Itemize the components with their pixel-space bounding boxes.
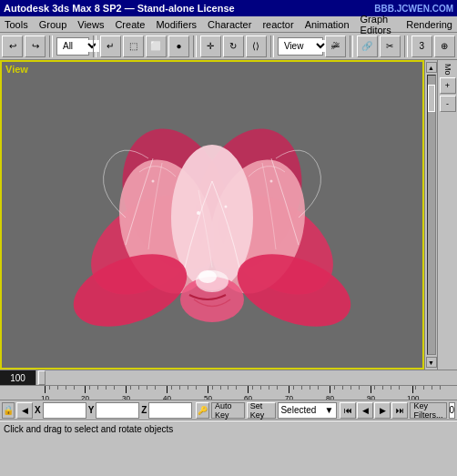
- tb-rotate[interactable]: ↻: [223, 35, 244, 57]
- key-icon-btn[interactable]: 🔑: [196, 402, 209, 419]
- autokey-button[interactable]: Auto Key: [211, 402, 245, 419]
- ruler-mark-60: 60: [244, 386, 252, 400]
- ruler-tick-minor: [171, 386, 172, 390]
- ruler-minor-tick: [415, 386, 416, 390]
- tb-paint[interactable]: ●: [168, 35, 189, 57]
- menu-views[interactable]: Views: [75, 19, 107, 30]
- time-slider-thumb[interactable]: [38, 370, 46, 385]
- view-select[interactable]: View Screen World: [280, 40, 328, 52]
- ruler-tick-minor: [269, 386, 269, 390]
- x-field[interactable]: [43, 402, 86, 419]
- ruler-tick-minor: [432, 386, 432, 390]
- xyz-area: ◀ X Y Z: [16, 402, 192, 419]
- menu-rendering[interactable]: Rendering: [403, 19, 455, 30]
- ruler-tick-minor: [391, 386, 391, 390]
- ruler-minor-tick: [114, 386, 115, 390]
- tb-link[interactable]: 🔗: [357, 35, 378, 57]
- frame-number[interactable]: 0: [449, 402, 456, 419]
- ruler-mark-80: 80: [326, 386, 334, 400]
- tb-redo[interactable]: ↪: [25, 35, 46, 57]
- menu-create[interactable]: Create: [112, 19, 147, 30]
- keyfilters-button[interactable]: Key Filters...: [410, 402, 446, 419]
- ruler-minor-tick: [399, 386, 400, 390]
- tb-move[interactable]: ✛: [200, 35, 221, 57]
- selected-dropdown[interactable]: Selected ▼: [278, 402, 336, 419]
- status-bar: Click and drag to select and rotate obje…: [0, 420, 457, 437]
- tb-lasso[interactable]: ⬜: [146, 35, 167, 57]
- y-field[interactable]: [96, 402, 139, 419]
- ruler-label: 10: [41, 394, 49, 400]
- next-frame-btn[interactable]: ⏭: [391, 402, 408, 419]
- ruler-minor-tick: [423, 386, 424, 390]
- scroll-up-btn[interactable]: ▲: [426, 62, 437, 73]
- ruler-mark-10: 10: [41, 386, 49, 400]
- setkey-button[interactable]: Set Key: [247, 402, 277, 419]
- tb-extra1[interactable]: ⊕: [434, 35, 455, 57]
- tb-region-select[interactable]: ⬚: [123, 35, 144, 57]
- ruler-minor-tick: [277, 386, 278, 390]
- ruler-tick-minor: [277, 386, 278, 390]
- tb-unlink[interactable]: ✂: [380, 35, 401, 57]
- ruler-tick-minor: [423, 386, 424, 390]
- tb-undo[interactable]: ↩: [2, 35, 23, 57]
- main-area: View: [0, 60, 457, 370]
- ruler-tick-minor: [97, 386, 98, 390]
- ruler-label: 80: [326, 394, 334, 400]
- ruler-minor-tick: [260, 386, 261, 390]
- ruler-minor-tick: [432, 386, 432, 390]
- tb-select[interactable]: ↵: [100, 35, 121, 57]
- ruler-minor-tick: [171, 386, 172, 390]
- frame-ruler: 102030405060708090100: [0, 386, 457, 400]
- scroll-thumb[interactable]: [428, 85, 435, 112]
- ruler-tick-minor: [252, 386, 253, 390]
- time-slider[interactable]: [36, 370, 457, 385]
- rp-btn2[interactable]: -: [440, 96, 456, 112]
- title-website: BBB.JCWEN.COM: [374, 4, 453, 14]
- z-field[interactable]: [148, 402, 192, 419]
- tb-mirror[interactable]: ⧤: [325, 35, 346, 57]
- ruler-minor-tick: [179, 386, 180, 390]
- ruler-tick-minor: [74, 386, 75, 390]
- menu-animation[interactable]: Animation: [302, 19, 352, 30]
- ruler-minor-tick: [74, 386, 75, 390]
- menu-graph-editors[interactable]: Graph Editors: [358, 14, 399, 35]
- viewport[interactable]: View: [0, 60, 424, 370]
- ruler-minor-tick: [318, 386, 319, 390]
- viewport-scroll: ▲ ▼: [424, 60, 437, 370]
- pos-left-btn[interactable]: ◀: [16, 402, 33, 419]
- play-fwd-btn[interactable]: ▶: [374, 402, 391, 419]
- key-area: 🔑 Auto Key Set Key Selected ▼: [196, 402, 336, 419]
- ruler-tick-minor: [138, 386, 139, 390]
- scroll-down-btn[interactable]: ▼: [426, 357, 437, 368]
- ruler-minor-tick: [350, 386, 351, 390]
- menu-character[interactable]: Character: [205, 19, 254, 30]
- ruler-tick-minor: [374, 386, 375, 390]
- ruler-tick-minor: [106, 386, 107, 390]
- view-dropdown[interactable]: View Screen World: [278, 37, 323, 56]
- ruler-tick: [85, 386, 86, 393]
- menu-bar: Tools Group Views Create Modifiers Chara…: [0, 16, 457, 33]
- menu-group[interactable]: Group: [36, 19, 70, 30]
- menu-reactor[interactable]: reactor: [259, 19, 296, 30]
- ruler-tick: [289, 386, 289, 393]
- tb-sep6: [404, 35, 408, 57]
- ruler-tick: [45, 386, 46, 393]
- tb-num3[interactable]: 3: [411, 35, 432, 57]
- menu-modifiers[interactable]: Modifiers: [153, 19, 199, 30]
- scroll-bar[interactable]: [427, 75, 436, 355]
- tb-scale[interactable]: ⟨⟩: [246, 35, 267, 57]
- prev-frame-btn[interactable]: ⏮: [340, 402, 356, 419]
- bottom-controls: 🔒 ◀ X Y Z 🔑 Auto Key Set Key Selected ▼: [0, 400, 457, 420]
- ruler-mark-30: 30: [122, 386, 130, 400]
- playback-area: ⏮ ◀ ▶ ⏭: [340, 402, 408, 419]
- lock-button[interactable]: 🔒: [2, 402, 15, 419]
- all-dropdown[interactable]: All None: [56, 37, 89, 56]
- menu-tools[interactable]: Tools: [2, 19, 31, 30]
- rp-btn1[interactable]: +: [440, 77, 456, 94]
- ruler-label: 30: [122, 394, 130, 400]
- ruler-minor-tick: [89, 386, 90, 390]
- ruler-tick-minor: [440, 386, 441, 390]
- play-back-btn[interactable]: ◀: [357, 402, 373, 419]
- ruler-tick: [208, 386, 208, 393]
- ruler-minor-tick: [49, 386, 50, 390]
